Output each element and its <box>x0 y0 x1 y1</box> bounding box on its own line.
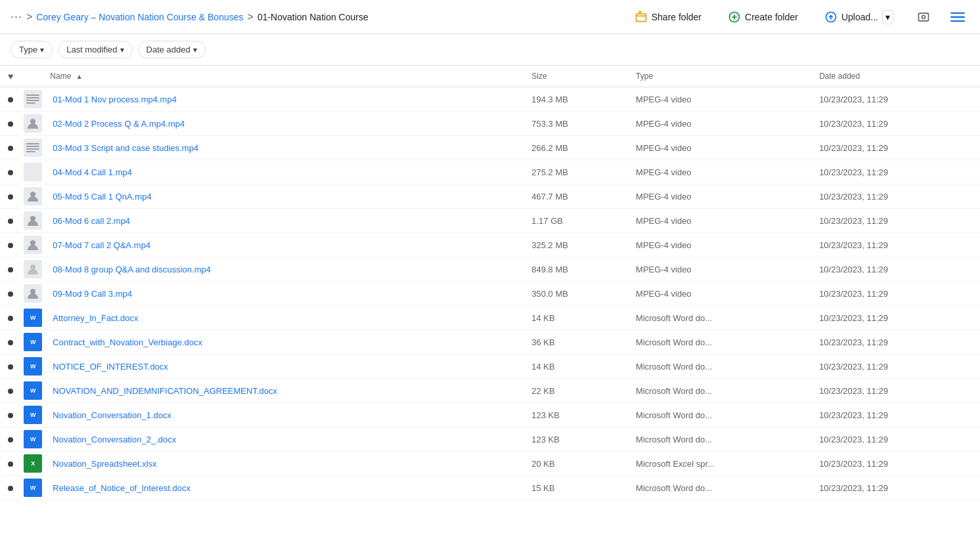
file-name-cell[interactable]: 05-Mod 5 Call 1 QnA.mp4 <box>45 184 523 209</box>
fav-cell[interactable] <box>0 476 21 500</box>
type-header[interactable]: Type <box>628 66 811 87</box>
file-type-cell: MPEG-4 video <box>628 112 811 136</box>
fav-cell[interactable] <box>0 379 21 403</box>
fav-dot <box>8 170 13 175</box>
svg-point-4 <box>922 15 925 18</box>
file-size-cell: 275.2 MB <box>523 160 628 184</box>
svg-rect-9 <box>26 97 39 98</box>
fav-cell[interactable] <box>0 160 21 184</box>
breadcrumb-link-1[interactable]: Corey Geary – Novation Nation Course & B… <box>36 12 243 22</box>
fav-cell[interactable] <box>0 452 21 476</box>
table-row[interactable]: 08-Mod 8 group Q&A and discussion.mp4 84… <box>0 257 980 282</box>
file-size-cell: 123 KB <box>523 403 628 427</box>
fav-cell[interactable] <box>0 306 21 330</box>
file-name-cell[interactable]: 08-Mod 8 group Q&A and discussion.mp4 <box>45 257 523 282</box>
table-row[interactable]: 06-Mod 6 call 2.mp4 1.17 GB MPEG-4 video… <box>0 209 980 233</box>
fav-dot <box>8 121 13 127</box>
table-row[interactable]: W Contract_with_Novation_Verbiage.docx 3… <box>0 330 980 354</box>
size-header[interactable]: Size <box>523 66 628 87</box>
fav-cell[interactable] <box>0 87 21 112</box>
svg-rect-11 <box>26 102 35 104</box>
table-row[interactable]: 02-Mod 2 Process Q & A.mp4.mp4 753.3 MB … <box>0 112 980 136</box>
video-thumb-icon <box>24 114 42 133</box>
type-filter[interactable]: Type ▾ <box>11 41 53 58</box>
heart-icon: ♥ <box>8 71 13 81</box>
file-name-cell[interactable]: 02-Mod 2 Process Q & A.mp4.mp4 <box>45 112 523 136</box>
breadcrumb-chevron-1: > <box>26 11 32 23</box>
upload-caret[interactable]: ▾ <box>882 10 893 24</box>
file-name-cell[interactable]: Contract_with_Novation_Verbiage.docx <box>45 330 523 354</box>
fav-dot <box>8 486 13 491</box>
excel-icon: X <box>24 454 42 473</box>
fav-cell[interactable] <box>0 184 21 209</box>
file-name-cell[interactable]: 04-Mod 4 Call 1.mp4 <box>45 160 523 184</box>
file-type-cell: Microsoft Word do... <box>628 306 811 330</box>
photo-icon-button[interactable] <box>912 5 935 29</box>
file-size-cell: 753.3 MB <box>523 112 628 136</box>
table-row[interactable]: 05-Mod 5 Call 1 QnA.mp4 467.7 MB MPEG-4 … <box>0 184 980 209</box>
svg-rect-16 <box>26 151 35 152</box>
file-name-cell[interactable]: NOTICE_OF_INTEREST.docx <box>45 354 523 379</box>
table-row[interactable]: W Attorney_In_Fact.docx 14 KB Microsoft … <box>0 306 980 330</box>
fav-dot <box>8 243 13 248</box>
file-name-cell[interactable]: Novation_Conversation_1.docx <box>45 403 523 427</box>
share-folder-button[interactable]: Share folder <box>627 7 709 28</box>
file-name-cell[interactable]: Release_of_Notice_of_Interest.docx <box>45 476 523 500</box>
svg-rect-7 <box>950 20 965 22</box>
table-row[interactable]: 03-Mod 3 Script and case studies.mp4 266… <box>0 136 980 160</box>
file-size-cell: 15 KB <box>523 476 628 500</box>
table-row[interactable]: W NOVATION_AND_INDEMNIFICATION_AGREEMENT… <box>0 379 980 403</box>
create-folder-icon <box>728 11 741 24</box>
file-name-cell[interactable]: Novation_Conversation_2_.docx <box>45 427 523 452</box>
svg-point-19 <box>30 216 35 221</box>
file-date-cell: 10/23/2023, 11:29 <box>811 282 980 306</box>
date-added-filter[interactable]: Date added ▾ <box>138 41 206 58</box>
svg-rect-3 <box>919 13 929 21</box>
word-icon: W <box>24 381 42 400</box>
table-row[interactable]: 09-Mod 9 Call 3.mp4 350.0 MB MPEG-4 vide… <box>0 282 980 306</box>
table-row[interactable]: 07-Mod 7 call 2 Q&A.mp4 325.2 MB MPEG-4 … <box>0 233 980 257</box>
fav-cell[interactable] <box>0 282 21 306</box>
file-date-cell: 10/23/2023, 11:29 <box>811 160 980 184</box>
fav-cell[interactable] <box>0 330 21 354</box>
table-row[interactable]: W NOTICE_OF_INTEREST.docx 14 KB Microsof… <box>0 354 980 379</box>
file-name-cell[interactable]: 09-Mod 9 Call 3.mp4 <box>45 282 523 306</box>
file-name-cell[interactable]: 03-Mod 3 Script and case studies.mp4 <box>45 136 523 160</box>
name-sort-arrow: ▲ <box>76 73 83 80</box>
video-thumb-icon <box>24 187 42 205</box>
date-header[interactable]: Date added <box>811 66 980 87</box>
file-name-cell[interactable]: 07-Mod 7 call 2 Q&A.mp4 <box>45 233 523 257</box>
fav-cell[interactable] <box>0 403 21 427</box>
fav-cell[interactable] <box>0 209 21 233</box>
table-row[interactable]: 04-Mod 4 Call 1.mp4 275.2 MB MPEG-4 vide… <box>0 160 980 184</box>
date-header-label: Date added <box>819 72 860 81</box>
table-row[interactable]: W Release_of_Notice_of_Interest.docx 15 … <box>0 476 980 500</box>
file-name-cell[interactable]: 01-Mod 1 Nov process.mp4.mp4 <box>45 87 523 112</box>
file-name-cell[interactable]: Novation_Spreadsheet.xlsx <box>45 452 523 476</box>
file-type-cell: MPEG-4 video <box>628 209 811 233</box>
table-row[interactable]: W Novation_Conversation_1.docx 123 KB Mi… <box>0 403 980 427</box>
name-header[interactable]: Name ▲ <box>45 66 523 87</box>
fav-dot <box>8 413 13 418</box>
fav-cell[interactable] <box>0 354 21 379</box>
fav-cell[interactable] <box>0 112 21 136</box>
file-type-cell: Microsoft Word do... <box>628 354 811 379</box>
fav-cell[interactable] <box>0 257 21 282</box>
fav-cell[interactable] <box>0 136 21 160</box>
table-row[interactable]: X Novation_Spreadsheet.xlsx 20 KB Micros… <box>0 452 980 476</box>
breadcrumb-dots[interactable]: ··· <box>11 10 22 24</box>
menu-icon-button[interactable] <box>946 5 969 29</box>
last-modified-filter[interactable]: Last modified ▾ <box>58 41 132 58</box>
file-name-cell[interactable]: NOVATION_AND_INDEMNIFICATION_AGREEMENT.d… <box>45 379 523 403</box>
fav-cell[interactable] <box>0 233 21 257</box>
create-folder-button[interactable]: Create folder <box>720 7 806 28</box>
fav-cell[interactable] <box>0 427 21 452</box>
svg-rect-17 <box>28 167 38 177</box>
file-name-cell[interactable]: Attorney_In_Fact.docx <box>45 306 523 330</box>
fav-dot <box>8 340 13 345</box>
file-name-cell[interactable]: 06-Mod 6 call 2.mp4 <box>45 209 523 233</box>
table-row[interactable]: 01-Mod 1 Nov process.mp4.mp4 194.3 MB MP… <box>0 87 980 112</box>
upload-button[interactable]: Upload... ▾ <box>816 6 901 28</box>
file-type-cell: MPEG-4 video <box>628 257 811 282</box>
table-row[interactable]: W Novation_Conversation_2_.docx 123 KB M… <box>0 427 980 452</box>
